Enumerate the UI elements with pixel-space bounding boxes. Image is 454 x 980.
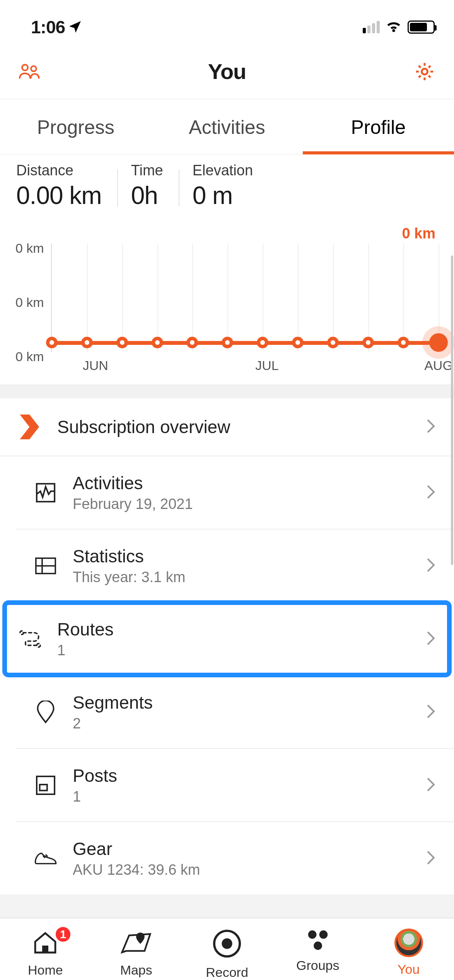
battery-icon — [408, 21, 435, 34]
menu-subscription[interactable]: Subscription overview — [0, 398, 454, 456]
menu-gear[interactable]: Gear AKU 1234: 39.6 km — [15, 822, 454, 894]
menu-statistics-title: Statistics — [73, 546, 411, 567]
menu-statistics-subtitle: This year: 3.1 km — [73, 569, 411, 586]
menu-activities-subtitle: February 19, 2021 — [73, 496, 411, 512]
menu-subscription-title: Subscription overview — [57, 416, 411, 437]
svg-rect-8 — [40, 785, 47, 790]
menu-segments[interactable]: Segments 2 — [15, 676, 454, 749]
svg-point-2 — [422, 69, 428, 74]
tab-profile[interactable]: Profile — [303, 99, 454, 154]
tab-groups-label: Groups — [296, 958, 340, 973]
svg-point-12 — [308, 930, 317, 939]
stat-time-label: Time — [131, 162, 163, 179]
route-icon — [19, 630, 42, 648]
home-badge: 1 — [54, 925, 72, 943]
stat-distance-value: 0.00 km — [16, 181, 102, 210]
menu-posts-title: Posts — [73, 765, 411, 786]
chevron-right-icon — [426, 704, 435, 721]
status-bar: 1:06 — [0, 0, 454, 43]
table-icon — [34, 557, 57, 574]
avatar-icon — [394, 929, 423, 957]
heart-rate-icon — [34, 482, 57, 503]
tab-activities[interactable]: Activities — [151, 99, 302, 154]
stat-time-value: 0h — [131, 181, 163, 210]
menu-routes[interactable]: Routes 1 — [0, 603, 454, 676]
chevron-right-icon — [426, 777, 435, 794]
chevron-right-icon — [426, 630, 435, 648]
menu-posts-subtitle: 1 — [73, 788, 411, 805]
settings-gear-icon[interactable] — [414, 61, 435, 82]
distance-chart[interactable]: 0 km 0 km 0 km 0 km JUNJULAUG — [0, 225, 454, 373]
divider — [0, 384, 454, 398]
status-time: 1:06 — [31, 17, 65, 38]
svg-point-6 — [37, 643, 40, 647]
wifi-icon — [385, 18, 402, 36]
menu-gear-title: Gear — [73, 838, 411, 859]
stat-elevation-value: 0 m — [193, 181, 253, 210]
chevron-right-icon — [426, 418, 435, 435]
bottom-tab-bar: Home 1 Maps Record Groups You — [0, 918, 454, 980]
svg-point-14 — [314, 942, 322, 950]
tab-record[interactable]: Record — [182, 929, 273, 980]
location-arrow-icon — [68, 17, 82, 38]
app-header: You — [0, 43, 454, 99]
pin-outline-icon — [34, 701, 57, 724]
profile-tabs: Progress Activities Profile — [0, 99, 454, 154]
tab-home[interactable]: Home — [0, 929, 91, 980]
tab-you-label: You — [398, 962, 420, 977]
chart-y-axis: 0 km 0 km 0 km — [15, 243, 51, 352]
stat-time: Time 0h — [131, 162, 179, 210]
subscription-chevron-icon — [19, 415, 42, 439]
scroll-indicator[interactable] — [451, 255, 453, 565]
stat-elevation-label: Elevation — [193, 162, 253, 179]
chart-plot-area — [51, 243, 439, 352]
chart-x-axis: JUNJULAUG — [61, 358, 439, 373]
tab-record-label: Record — [206, 965, 248, 980]
stat-elevation: Elevation 0 m — [193, 162, 268, 210]
tab-home-label: Home — [28, 963, 63, 978]
cellular-signal-icon — [363, 21, 380, 33]
tab-progress[interactable]: Progress — [0, 99, 151, 154]
maps-icon — [121, 929, 152, 958]
record-icon — [212, 929, 242, 960]
menu-activities[interactable]: Activities February 19, 2021 — [15, 456, 454, 529]
chevron-right-icon — [426, 850, 435, 867]
tab-groups[interactable]: Groups — [272, 929, 363, 980]
svg-point-1 — [31, 66, 36, 71]
posts-icon — [34, 776, 57, 795]
menu-routes-title: Routes — [57, 619, 411, 640]
profile-menu: Subscription overview Activities Februar… — [0, 398, 454, 894]
tab-maps-label: Maps — [120, 963, 152, 978]
chevron-right-icon — [426, 557, 435, 574]
svg-point-0 — [22, 65, 28, 70]
svg-rect-9 — [42, 946, 48, 953]
tab-maps[interactable]: Maps — [91, 929, 182, 980]
divider — [0, 894, 454, 918]
menu-segments-subtitle: 2 — [73, 715, 411, 732]
chart-current-label: 0 km — [15, 225, 439, 242]
menu-activities-title: Activities — [73, 473, 411, 493]
stat-distance: Distance 0.00 km — [16, 162, 117, 210]
menu-statistics[interactable]: Statistics This year: 3.1 km — [15, 529, 454, 603]
menu-gear-subtitle: AKU 1234: 39.6 km — [73, 862, 411, 878]
svg-point-13 — [319, 930, 328, 939]
tab-you[interactable]: You — [363, 929, 454, 980]
chevron-right-icon — [426, 484, 435, 501]
menu-routes-subtitle: 1 — [57, 642, 411, 659]
friends-icon[interactable] — [19, 62, 42, 81]
groups-icon — [304, 929, 332, 953]
page-title: You — [208, 59, 246, 84]
menu-segments-title: Segments — [73, 692, 411, 713]
svg-point-11 — [222, 938, 232, 949]
summary-stats: Distance 0.00 km Time 0h Elevation 0 m — [0, 154, 454, 225]
menu-posts[interactable]: Posts 1 — [15, 749, 454, 822]
stat-distance-label: Distance — [16, 162, 102, 179]
shoe-icon — [34, 850, 57, 867]
